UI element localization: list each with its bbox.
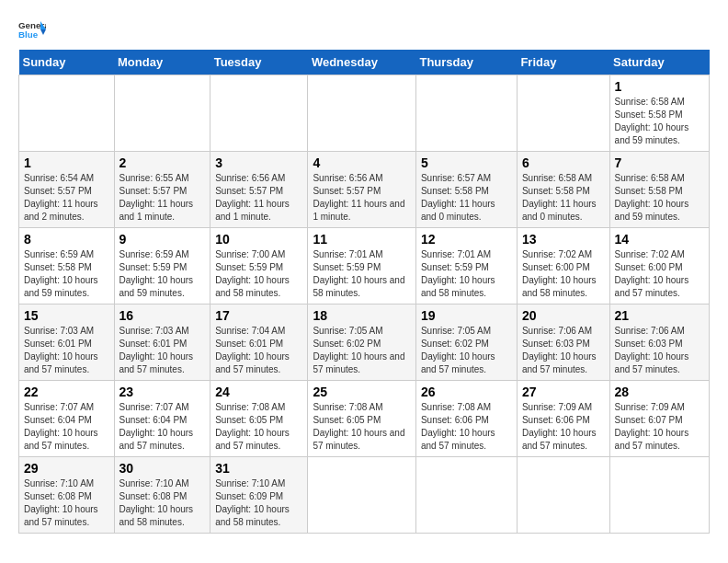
calendar-cell <box>19 75 115 152</box>
day-info: Sunrise: 7:01 AMSunset: 5:59 PMDaylight:… <box>421 249 495 298</box>
day-info: Sunrise: 7:03 AMSunset: 6:01 PMDaylight:… <box>119 326 194 374</box>
svg-text:Blue: Blue <box>18 29 39 40</box>
calendar-cell: 23Sunrise: 7:07 AMSunset: 6:04 PMDayligh… <box>114 381 210 457</box>
day-number: 17 <box>215 308 302 323</box>
day-number: 1 <box>24 155 109 170</box>
day-number: 25 <box>313 385 411 399</box>
day-number: 27 <box>522 385 605 399</box>
calendar-cell: 14Sunrise: 7:02 AMSunset: 6:00 PMDayligh… <box>609 228 709 304</box>
day-number: 3 <box>215 155 302 170</box>
calendar-cell: 28Sunrise: 7:09 AMSunset: 6:07 PMDayligh… <box>609 381 709 457</box>
day-info: Sunrise: 7:06 AMSunset: 6:03 PMDaylight:… <box>615 326 689 374</box>
day-info: Sunrise: 6:55 AMSunset: 5:57 PMDaylight:… <box>119 173 194 222</box>
day-number: 15 <box>24 308 109 323</box>
calendar-cell: 15Sunrise: 7:03 AMSunset: 6:01 PMDayligh… <box>19 304 115 381</box>
day-info: Sunrise: 7:10 AMSunset: 6:09 PMDaylight:… <box>215 478 290 527</box>
calendar-cell: 24Sunrise: 7:08 AMSunset: 6:05 PMDayligh… <box>210 381 308 457</box>
day-info: Sunrise: 7:07 AMSunset: 6:04 PMDaylight:… <box>119 402 194 451</box>
day-number: 16 <box>119 308 206 323</box>
day-info: Sunrise: 6:58 AMSunset: 5:58 PMDaylight:… <box>615 97 689 145</box>
week-row-6: 29Sunrise: 7:10 AMSunset: 6:08 PMDayligh… <box>19 457 710 534</box>
day-number: 30 <box>119 461 206 476</box>
day-info: Sunrise: 7:01 AMSunset: 5:59 PMDaylight:… <box>313 249 404 298</box>
calendar-cell: 13Sunrise: 7:02 AMSunset: 6:00 PMDayligh… <box>517 228 609 304</box>
day-number: 28 <box>615 385 704 399</box>
header-monday: Monday <box>114 50 210 75</box>
header-sunday: Sunday <box>19 50 115 75</box>
calendar-cell <box>517 75 609 152</box>
calendar-cell: 20Sunrise: 7:06 AMSunset: 6:03 PMDayligh… <box>517 304 609 381</box>
calendar-cell: 5Sunrise: 6:57 AMSunset: 5:58 PMDaylight… <box>415 152 517 228</box>
day-number: 2 <box>119 155 206 170</box>
day-info: Sunrise: 7:07 AMSunset: 6:04 PMDaylight:… <box>24 402 98 451</box>
day-number: 4 <box>313 155 411 170</box>
calendar-cell: 8Sunrise: 6:59 AMSunset: 5:58 PMDaylight… <box>19 228 115 304</box>
calendar-cell: 31Sunrise: 7:10 AMSunset: 6:09 PMDayligh… <box>210 457 308 534</box>
calendar-cell <box>308 75 416 152</box>
calendar-cell <box>308 457 416 534</box>
day-number: 12 <box>421 232 512 247</box>
page-header: General Blue <box>18 18 710 40</box>
day-info: Sunrise: 7:00 AMSunset: 5:59 PMDaylight:… <box>215 249 290 298</box>
day-info: Sunrise: 7:08 AMSunset: 6:05 PMDaylight:… <box>313 402 404 451</box>
day-info: Sunrise: 6:56 AMSunset: 5:57 PMDaylight:… <box>313 173 404 222</box>
day-number: 9 <box>119 232 206 247</box>
day-number: 26 <box>421 385 512 399</box>
calendar-cell: 17Sunrise: 7:04 AMSunset: 6:01 PMDayligh… <box>210 304 308 381</box>
day-number: 7 <box>615 155 704 170</box>
day-info: Sunrise: 6:57 AMSunset: 5:58 PMDaylight:… <box>421 173 495 222</box>
week-row-2: 1Sunrise: 6:54 AMSunset: 5:57 PMDaylight… <box>19 152 710 228</box>
day-number: 24 <box>215 385 302 399</box>
header-tuesday: Tuesday <box>210 50 308 75</box>
day-number: 1 <box>615 79 704 94</box>
day-info: Sunrise: 7:10 AMSunset: 6:08 PMDaylight:… <box>24 478 98 527</box>
day-number: 29 <box>24 461 109 476</box>
day-info: Sunrise: 7:10 AMSunset: 6:08 PMDaylight:… <box>119 478 194 527</box>
calendar-cell: 18Sunrise: 7:05 AMSunset: 6:02 PMDayligh… <box>308 304 416 381</box>
week-row-3: 8Sunrise: 6:59 AMSunset: 5:58 PMDaylight… <box>19 228 710 304</box>
day-number: 5 <box>421 155 512 170</box>
calendar-cell: 25Sunrise: 7:08 AMSunset: 6:05 PMDayligh… <box>308 381 416 457</box>
calendar-table: SundayMondayTuesdayWednesdayThursdayFrid… <box>18 50 710 534</box>
day-info: Sunrise: 6:56 AMSunset: 5:57 PMDaylight:… <box>215 173 290 222</box>
calendar-cell: 1Sunrise: 6:58 AMSunset: 5:58 PMDaylight… <box>609 75 709 152</box>
calendar-cell: 21Sunrise: 7:06 AMSunset: 6:03 PMDayligh… <box>609 304 709 381</box>
day-info: Sunrise: 7:04 AMSunset: 6:01 PMDaylight:… <box>215 326 290 374</box>
logo: General Blue <box>18 18 50 40</box>
calendar-cell <box>517 457 609 534</box>
calendar-cell: 7Sunrise: 6:58 AMSunset: 5:58 PMDaylight… <box>609 152 709 228</box>
day-info: Sunrise: 7:06 AMSunset: 6:03 PMDaylight:… <box>522 326 597 374</box>
day-number: 22 <box>24 385 109 399</box>
header-thursday: Thursday <box>415 50 517 75</box>
calendar-cell <box>609 457 709 534</box>
calendar-cell <box>210 75 308 152</box>
day-number: 6 <box>522 155 605 170</box>
week-row-5: 22Sunrise: 7:07 AMSunset: 6:04 PMDayligh… <box>19 381 710 457</box>
calendar-cell: 30Sunrise: 7:10 AMSunset: 6:08 PMDayligh… <box>114 457 210 534</box>
day-number: 10 <box>215 232 302 247</box>
calendar-cell: 4Sunrise: 6:56 AMSunset: 5:57 PMDaylight… <box>308 152 416 228</box>
day-info: Sunrise: 7:02 AMSunset: 6:00 PMDaylight:… <box>522 249 597 298</box>
calendar-cell: 11Sunrise: 7:01 AMSunset: 5:59 PMDayligh… <box>308 228 416 304</box>
calendar-cell: 6Sunrise: 6:58 AMSunset: 5:58 PMDaylight… <box>517 152 609 228</box>
day-info: Sunrise: 6:58 AMSunset: 5:58 PMDaylight:… <box>522 173 597 222</box>
day-number: 13 <box>522 232 605 247</box>
day-info: Sunrise: 6:58 AMSunset: 5:58 PMDaylight:… <box>615 173 689 222</box>
day-info: Sunrise: 6:54 AMSunset: 5:57 PMDaylight:… <box>24 173 98 222</box>
header-wednesday: Wednesday <box>308 50 416 75</box>
calendar-cell: 29Sunrise: 7:10 AMSunset: 6:08 PMDayligh… <box>19 457 115 534</box>
calendar-cell: 19Sunrise: 7:05 AMSunset: 6:02 PMDayligh… <box>415 304 517 381</box>
day-number: 19 <box>421 308 512 323</box>
day-number: 21 <box>615 308 704 323</box>
day-info: Sunrise: 7:09 AMSunset: 6:06 PMDaylight:… <box>522 402 597 451</box>
day-info: Sunrise: 7:05 AMSunset: 6:02 PMDaylight:… <box>313 326 404 374</box>
day-number: 8 <box>24 232 109 247</box>
day-number: 18 <box>313 308 411 323</box>
calendar-cell: 22Sunrise: 7:07 AMSunset: 6:04 PMDayligh… <box>19 381 115 457</box>
calendar-cell: 1Sunrise: 6:54 AMSunset: 5:57 PMDaylight… <box>19 152 115 228</box>
day-number: 11 <box>313 232 411 247</box>
day-info: Sunrise: 6:59 AMSunset: 5:59 PMDaylight:… <box>119 249 194 298</box>
day-info: Sunrise: 7:09 AMSunset: 6:07 PMDaylight:… <box>615 402 689 451</box>
week-row-1: 1Sunrise: 6:58 AMSunset: 5:58 PMDaylight… <box>19 75 710 152</box>
day-info: Sunrise: 7:02 AMSunset: 6:00 PMDaylight:… <box>615 249 689 298</box>
